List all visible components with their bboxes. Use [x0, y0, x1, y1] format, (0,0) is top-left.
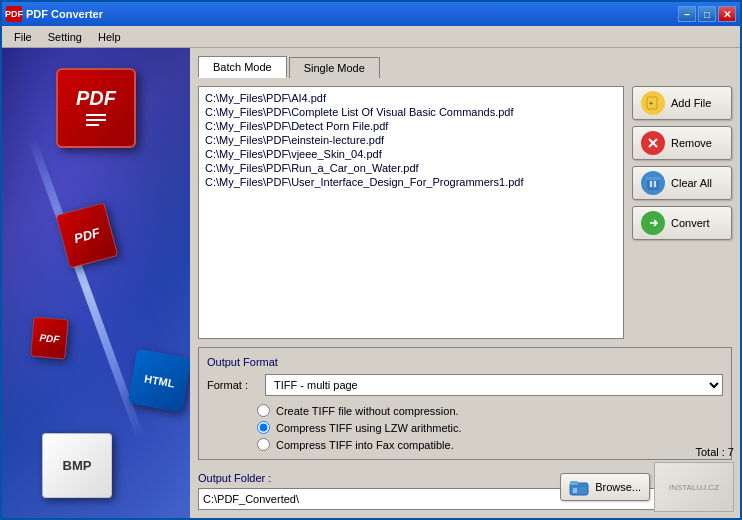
- list-item[interactable]: C:\My_Files\PDF\Run_a_Car_on_Water.pdf: [203, 161, 619, 175]
- bmp-icon-text: BMP: [63, 458, 92, 473]
- radio-lzw-label: Compress TIFF using LZW arithmetic.: [276, 422, 462, 434]
- radio-no-compression[interactable]: Create TIFF file without compression.: [257, 404, 723, 417]
- pdf-icon-small-1-text: PDF: [73, 225, 102, 246]
- menu-file[interactable]: File: [6, 29, 40, 45]
- pdf-icon-small-2: PDF: [30, 317, 68, 360]
- radio-fax-label: Compress TIFF into Fax compatible.: [276, 439, 454, 451]
- clear-all-icon: [641, 171, 665, 195]
- radio-fax-input[interactable]: [257, 438, 270, 451]
- tab-batch-mode[interactable]: Batch Mode: [198, 56, 287, 78]
- convert-label: Convert: [671, 217, 710, 229]
- html-icon: HTML: [128, 349, 190, 413]
- radio-no-compression-label: Create TIFF file without compression.: [276, 405, 459, 417]
- radio-lzw-input[interactable]: [257, 421, 270, 434]
- menu-setting[interactable]: Setting: [40, 29, 90, 45]
- convert-svg: [645, 215, 661, 231]
- menu-bar: File Setting Help: [2, 26, 740, 48]
- svg-text:+: +: [649, 100, 653, 107]
- convert-button[interactable]: Convert: [632, 206, 732, 240]
- add-file-button[interactable]: + Add File: [632, 86, 732, 120]
- output-format-section: Output Format Format : TIFF - multi page…: [198, 347, 732, 460]
- list-item[interactable]: C:\My_Files\PDF\einstein-lecture.pdf: [203, 133, 619, 147]
- list-item[interactable]: C:\My_Files\PDF\Complete List Of Visual …: [203, 105, 619, 119]
- tab-single-mode[interactable]: Single Mode: [289, 57, 380, 78]
- pdf-icon-large: PDF: [56, 68, 136, 148]
- app-icon: PDF: [6, 6, 22, 22]
- bottom-right-panel: Total : 7 Browse... INSTALUJ.CZ: [560, 446, 734, 512]
- watermark-text: INSTALUJ.CZ: [669, 483, 719, 492]
- format-select[interactable]: TIFF - multi pagePDFJPEGPNGBMP: [265, 374, 723, 396]
- radio-group: Create TIFF file without compression. Co…: [207, 404, 723, 451]
- clear-all-button[interactable]: Clear All: [632, 166, 732, 200]
- maximize-button[interactable]: □: [698, 6, 716, 22]
- remove-svg: [645, 135, 661, 151]
- file-list-container: C:\My_Files\PDF\AI4.pdfC:\My_Files\PDF\C…: [198, 86, 732, 339]
- list-item[interactable]: C:\My_Files\PDF\User_Interface_Design_Fo…: [203, 175, 619, 189]
- list-item[interactable]: C:\My_Files\PDF\AI4.pdf: [203, 91, 619, 105]
- html-icon-text: HTML: [143, 372, 175, 389]
- svg-rect-8: [648, 179, 658, 189]
- clear-svg: [645, 175, 661, 191]
- main-window: PDF PDF Converter – □ ✕ File Setting Hel…: [0, 0, 742, 520]
- browse-label: Browse...: [595, 481, 641, 493]
- format-row: Format : TIFF - multi pagePDFJPEGPNGBMP: [207, 374, 723, 396]
- bmp-icon: BMP: [42, 433, 112, 498]
- output-format-label: Output Format: [207, 356, 723, 368]
- add-file-icon: +: [641, 91, 665, 115]
- watermark-badge: INSTALUJ.CZ: [654, 462, 734, 512]
- left-panel: PDF PDF PDF HTML BMP: [2, 48, 190, 518]
- list-item[interactable]: C:\My_Files\PDF\Detect Porn File.pdf: [203, 119, 619, 133]
- svg-rect-9: [646, 177, 660, 180]
- add-file-svg: +: [645, 95, 661, 111]
- browse-icon: [569, 478, 589, 496]
- clear-all-label: Clear All: [671, 177, 712, 189]
- window-title: PDF Converter: [26, 8, 678, 20]
- radio-lzw[interactable]: Compress TIFF using LZW arithmetic.: [257, 421, 723, 434]
- remove-icon: [641, 131, 665, 155]
- remove-button[interactable]: Remove: [632, 126, 732, 160]
- title-bar: PDF PDF Converter – □ ✕: [2, 2, 740, 26]
- window-controls: – □ ✕: [678, 6, 736, 22]
- buttons-panel: + Add File Remove: [632, 86, 732, 339]
- radio-no-compression-input[interactable]: [257, 404, 270, 417]
- remove-label: Remove: [671, 137, 712, 149]
- total-label: Total : 7: [695, 446, 734, 458]
- pdf-icon-small-2-text: PDF: [39, 332, 60, 345]
- adobe-lines-icon: [81, 110, 111, 130]
- list-item[interactable]: C:\My_Files\PDF\vjeee_Skin_04.pdf: [203, 147, 619, 161]
- svg-rect-15: [573, 488, 577, 493]
- tab-area: Batch Mode Single Mode: [198, 56, 732, 78]
- format-label: Format :: [207, 379, 257, 391]
- minimize-button[interactable]: –: [678, 6, 696, 22]
- browse-button[interactable]: Browse...: [560, 473, 650, 501]
- svg-rect-14: [570, 481, 578, 485]
- close-button[interactable]: ✕: [718, 6, 736, 22]
- pdf-icon-large-text: PDF: [76, 87, 116, 110]
- menu-help[interactable]: Help: [90, 29, 129, 45]
- add-file-label: Add File: [671, 97, 711, 109]
- file-list-box[interactable]: C:\My_Files\PDF\AI4.pdfC:\My_Files\PDF\C…: [198, 86, 624, 339]
- convert-icon: [641, 211, 665, 235]
- browse-area: Browse... INSTALUJ.CZ: [560, 462, 734, 512]
